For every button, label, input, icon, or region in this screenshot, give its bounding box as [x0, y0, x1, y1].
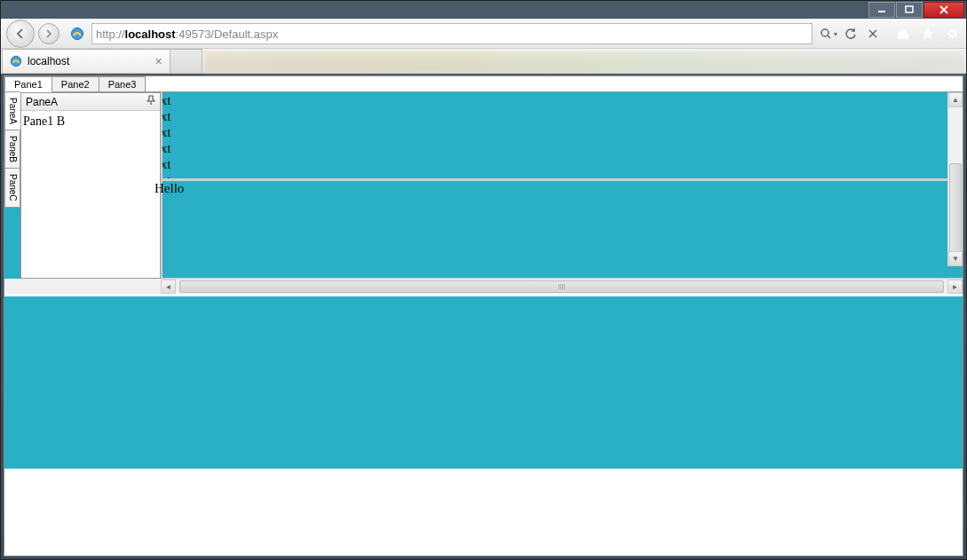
back-button[interactable] — [6, 20, 35, 48]
search-button[interactable]: ▾ — [819, 24, 838, 43]
scroll-left-icon[interactable]: ◄ — [161, 280, 176, 294]
text-line: ext — [162, 124, 963, 140]
page-content: Pane1 Pane2 Pane3 PaneA PaneB PaneC Pane… — [4, 75, 963, 556]
svg-point-4 — [950, 31, 955, 36]
pane-popout: PaneA Pane1 B — [20, 92, 161, 279]
hello-text: Hello — [155, 181, 963, 196]
hscroll-grip-icon — [559, 284, 566, 289]
app-tab-pane3[interactable]: Pane3 — [99, 76, 147, 91]
browser-tab-title: localhost — [28, 55, 69, 67]
pane-header[interactable]: PaneA — [21, 93, 160, 111]
aero-glass-strip — [205, 51, 963, 73]
pane-body: Pane1 B — [21, 111, 160, 278]
url-protocol: http:// — [96, 28, 125, 41]
ie-page-icon — [70, 27, 84, 41]
main-panel: PaneA PaneB PaneC PaneA Pane1 B ext ext — [4, 92, 963, 469]
url-host: localhost — [125, 28, 176, 41]
close-button[interactable] — [923, 2, 964, 18]
text-line: ext — [162, 108, 963, 124]
refresh-button[interactable] — [841, 24, 860, 43]
hscroll-row: ◄ ► — [4, 279, 963, 294]
app-tab-pane1[interactable]: Pane1 — [4, 76, 52, 92]
dock-tab-panea[interactable]: PaneA — [4, 91, 20, 130]
scroll-down-icon[interactable]: ▼ — [948, 251, 963, 266]
text-line: ext — [162, 140, 963, 156]
address-bar[interactable]: http://localhost:49573/Default.aspx — [91, 23, 812, 44]
forward-button[interactable] — [38, 23, 59, 44]
svg-point-3 — [821, 29, 828, 36]
text-line: ext — [162, 156, 963, 172]
hello-block: Hello — [162, 181, 963, 279]
scroll-up-icon[interactable]: ▲ — [948, 92, 963, 107]
minimize-button[interactable] — [868, 2, 895, 18]
text-line: ext — [162, 172, 963, 181]
browser-window: http://localhost:49573/Default.aspx ▾ lo… — [0, 0, 967, 560]
pane-title: PaneA — [26, 96, 58, 108]
vscroll-thumb[interactable] — [949, 163, 962, 261]
nav-bar: http://localhost:49573/Default.aspx ▾ — [1, 19, 966, 49]
dock-tab-panec[interactable]: PaneC — [4, 168, 20, 208]
app-tab-strip: Pane1 Pane2 Pane3 — [4, 76, 963, 92]
settings-gear-icon[interactable] — [945, 26, 961, 42]
lower-panel — [4, 294, 963, 469]
browser-tab-strip: localhost ✕ — [1, 49, 966, 74]
pin-icon[interactable] — [147, 95, 155, 108]
dock-tab-paneb[interactable]: PaneB — [4, 130, 20, 169]
maximize-button[interactable] — [896, 2, 923, 18]
svg-rect-0 — [878, 11, 885, 12]
new-tab-button[interactable] — [170, 49, 202, 73]
favorites-icon[interactable] — [920, 26, 936, 42]
home-icon[interactable] — [895, 26, 911, 42]
url-path: :49573/Default.aspx — [176, 28, 279, 41]
horizontal-scrollbar[interactable]: ◄ ► — [161, 279, 963, 294]
vertical-scrollbar[interactable]: ▲ ▼ — [947, 92, 963, 266]
upper-split: PaneA PaneB PaneC PaneA Pane1 B ext ext — [4, 92, 963, 279]
svg-rect-1 — [906, 6, 913, 12]
ie-favicon-icon — [10, 55, 22, 67]
hscroll-track[interactable] — [176, 280, 947, 294]
hscroll-thumb[interactable] — [179, 280, 944, 293]
toolbar-icons — [895, 26, 961, 42]
right-column: ext ext ext ext ext ext Hello ▲ ▼ — [161, 92, 963, 279]
tab-close-icon[interactable]: ✕ — [155, 56, 162, 67]
text-block-top: ext ext ext ext ext ext — [162, 92, 963, 181]
text-line: ext — [162, 92, 963, 108]
scroll-right-icon[interactable]: ► — [947, 280, 963, 294]
address-controls: ▾ — [819, 24, 883, 43]
app-tab-pane2[interactable]: Pane2 — [52, 76, 99, 91]
stop-button[interactable] — [863, 24, 883, 43]
browser-tab-localhost[interactable]: localhost ✕ — [2, 49, 170, 73]
titlebar — [1, 1, 966, 19]
dock-tab-strip: PaneA PaneB PaneC — [4, 92, 20, 279]
search-dropdown-icon: ▾ — [834, 30, 837, 38]
